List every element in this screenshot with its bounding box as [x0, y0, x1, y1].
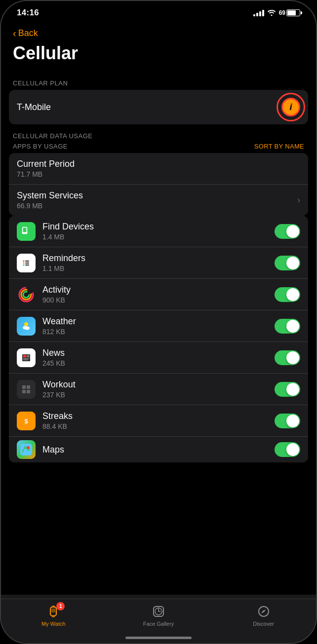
reminders-title: Reminders	[42, 253, 275, 264]
svg-rect-27	[22, 390, 26, 393]
usage-list: Current Period 71.7 MB System Services 6…	[9, 153, 308, 216]
svg-point-5	[23, 260, 25, 262]
workout-icon	[17, 380, 36, 399]
page-title: Cellular	[1, 41, 316, 74]
svg-rect-36	[52, 606, 55, 607]
face-gallery-label: Face Gallery	[143, 621, 174, 627]
workout-title: Workout	[42, 379, 275, 390]
discover-icon	[256, 604, 271, 619]
maps-title: Maps	[42, 445, 275, 455]
weather-icon	[17, 317, 36, 336]
activity-toggle[interactable]	[275, 287, 300, 302]
battery-icon: 69	[279, 9, 300, 16]
svg-rect-20	[23, 355, 27, 357]
back-chevron-icon: ‹	[13, 28, 16, 39]
weather-toggle[interactable]	[275, 319, 300, 334]
info-button[interactable]: i	[281, 98, 300, 116]
tab-bar: 1 My Watch Face Gallery	[1, 599, 316, 643]
tab-face-gallery[interactable]: Face Gallery	[139, 604, 178, 627]
apps-sort-row: APPS BY USAGE SORT BY NAME	[1, 142, 316, 153]
current-period-row: Current Period 71.7 MB	[9, 153, 308, 185]
svg-point-15	[24, 322, 28, 326]
activity-row: Activity 900 KB	[9, 279, 308, 310]
workout-size: 237 KB	[42, 391, 275, 399]
signal-icon	[253, 9, 264, 16]
svg-rect-10	[25, 265, 29, 265]
svg-rect-35	[51, 608, 55, 612]
current-period-title: Current Period	[17, 159, 300, 169]
news-icon	[17, 348, 36, 367]
streaks-size: 88.4 KB	[42, 422, 275, 430]
reminders-toggle[interactable]	[275, 256, 300, 270]
svg-rect-22	[23, 359, 28, 360]
maps-icon	[17, 440, 36, 459]
system-services-row[interactable]: System Services 66.9 MB ›	[9, 185, 308, 216]
activity-title: Activity	[42, 285, 275, 295]
maps-row: Maps	[9, 437, 308, 462]
find-devices-icon	[17, 222, 36, 241]
status-icons: 69	[253, 9, 300, 17]
tab-my-watch[interactable]: 1 My Watch	[34, 604, 73, 627]
maps-toggle[interactable]	[275, 442, 300, 457]
svg-text:$: $	[24, 417, 28, 425]
news-size: 245 KB	[42, 359, 275, 367]
svg-rect-37	[52, 615, 55, 617]
activity-icon	[17, 285, 36, 304]
reminders-row: Reminders 1.1 MB	[9, 247, 308, 279]
info-icon: i	[289, 102, 292, 113]
svg-rect-21	[23, 358, 30, 359]
plan-name: T-Mobile	[17, 102, 51, 113]
tab-discover[interactable]: Discover	[244, 604, 283, 627]
svg-marker-43	[261, 609, 266, 613]
home-indicator	[125, 637, 192, 639]
streaks-title: Streaks	[42, 411, 275, 421]
cellular-plan-row: T-Mobile i	[9, 90, 308, 124]
face-gallery-icon	[151, 604, 166, 619]
workout-toggle[interactable]	[275, 382, 300, 397]
info-button-wrapper: i	[281, 98, 300, 116]
svg-rect-29	[27, 390, 30, 393]
weather-row: Weather 812 KB	[9, 310, 308, 342]
svg-rect-25	[20, 383, 32, 395]
cellular-plan-label: CELLULAR PLAN	[1, 74, 316, 90]
streaks-toggle[interactable]	[275, 414, 300, 428]
sort-by-name-button[interactable]: SORT BY NAME	[254, 143, 304, 150]
streaks-icon: $	[17, 412, 36, 430]
svg-point-33	[27, 446, 30, 449]
data-usage-header: CELLULAR DATA USAGE	[1, 124, 316, 142]
system-services-title: System Services	[17, 190, 293, 201]
find-devices-row: Find Devices 1.4 MB	[9, 216, 308, 247]
svg-rect-3	[22, 232, 28, 234]
my-watch-icon-wrapper: 1	[46, 604, 61, 619]
phone-frame: 14:16 69 ‹ Ba	[0, 0, 317, 644]
data-usage-title: CELLULAR DATA USAGE	[13, 132, 92, 140]
my-watch-label: My Watch	[41, 621, 66, 627]
svg-rect-24	[27, 356, 30, 357]
streaks-row: $ Streaks 88.4 KB	[9, 405, 308, 437]
chevron-right-icon: ›	[297, 195, 300, 205]
news-row: News 245 KB	[9, 342, 308, 374]
workout-row: Workout 237 KB	[9, 374, 308, 405]
find-devices-title: Find Devices	[42, 222, 275, 232]
status-time: 14:16	[17, 8, 39, 18]
weather-size: 812 KB	[42, 328, 275, 336]
back-label: Back	[18, 28, 38, 38]
find-devices-size: 1.4 MB	[42, 233, 275, 241]
apps-by-usage-label: APPS BY USAGE	[13, 143, 68, 150]
news-toggle[interactable]	[275, 350, 300, 365]
reminders-size: 1.1 MB	[42, 265, 275, 272]
dynamic-island	[127, 7, 190, 25]
apps-list: Find Devices 1.4 MB	[9, 216, 308, 462]
find-devices-toggle[interactable]	[275, 224, 300, 239]
current-period-size: 71.7 MB	[17, 170, 300, 178]
svg-point-7	[23, 264, 25, 265]
svg-rect-8	[25, 261, 29, 262]
system-services-size: 66.9 MB	[17, 202, 293, 210]
svg-point-6	[23, 262, 25, 264]
svg-rect-32	[20, 444, 32, 455]
svg-rect-23	[27, 355, 30, 356]
discover-label: Discover	[253, 621, 274, 627]
svg-rect-26	[22, 385, 26, 389]
my-watch-badge: 1	[56, 602, 65, 610]
reminders-icon	[17, 254, 36, 272]
